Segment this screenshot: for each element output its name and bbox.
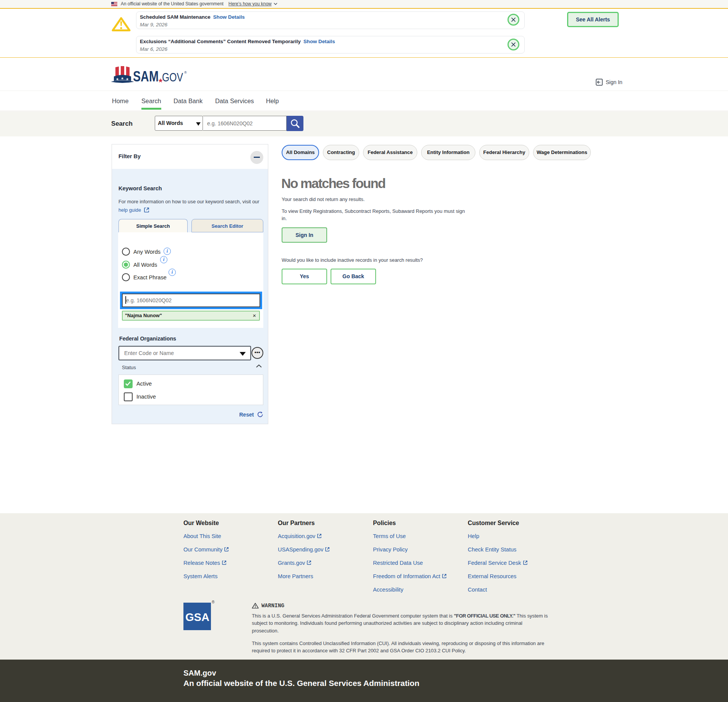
- svg-text:SAM: SAM: [133, 68, 159, 84]
- svg-text:★: ★: [121, 76, 124, 80]
- svg-text:GOV: GOV: [162, 71, 183, 84]
- svg-text:®: ®: [184, 71, 187, 75]
